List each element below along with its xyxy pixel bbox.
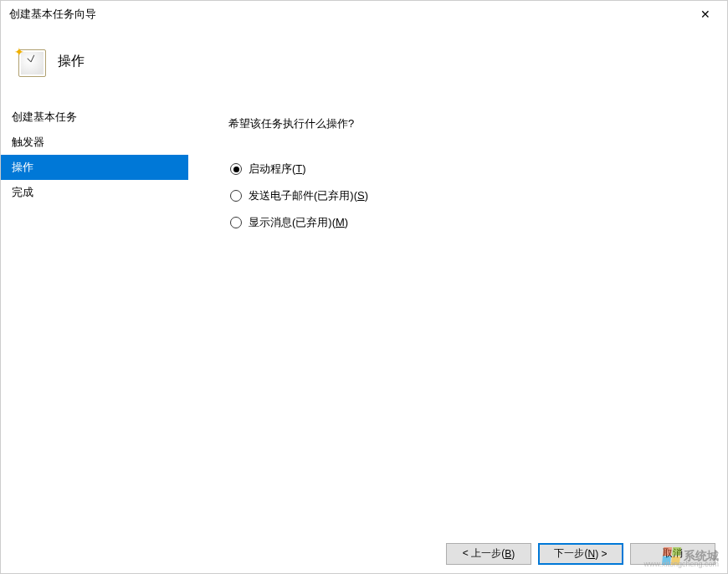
wizard-content: 希望该任务执行什么操作? 启动程序(T) 发送电子邮件(已弃用)(S) 显示消息… [188,96,727,533]
sidebar-item-trigger[interactable]: 触发器 [1,130,188,155]
close-icon: ✕ [700,8,710,21]
wizard-body: 创建基本任务 触发器 操作 完成 希望该任务执行什么操作? 启动程序(T) 发送… [1,96,727,533]
sidebar-item-create-task[interactable]: 创建基本任务 [1,105,188,130]
action-radio-group: 启动程序(T) 发送电子邮件(已弃用)(S) 显示消息(已弃用)(M) [228,161,710,230]
radio-icon [230,163,242,175]
radio-icon [230,217,242,228]
window-title: 创建基本任务向导 [9,7,96,22]
next-button[interactable]: 下一步(N) > [538,543,623,565]
cancel-button[interactable]: 取消 [630,543,715,565]
radio-start-program[interactable]: 启动程序(T) [230,161,710,177]
radio-icon [230,190,242,202]
radio-send-email[interactable]: 发送电子邮件(已弃用)(S) [230,188,710,203]
radio-label: 显示消息(已弃用)(M) [249,215,348,230]
radio-label: 启动程序(T) [249,161,306,177]
clock-icon: ✦ [16,47,46,77]
wizard-sidebar: 创建基本任务 触发器 操作 完成 [1,96,188,533]
sidebar-item-action[interactable]: 操作 [1,155,188,180]
close-button[interactable]: ✕ [687,3,724,26]
titlebar: 创建基本任务向导 ✕ [1,1,727,28]
radio-display-message[interactable]: 显示消息(已弃用)(M) [230,215,710,230]
wizard-footer: < 上一步(B) 下一步(N) > 取消 [1,533,727,573]
page-title: 操作 [58,53,85,70]
sidebar-item-finish[interactable]: 完成 [1,180,188,205]
wizard-header: ✦ 操作 [1,28,727,96]
back-button[interactable]: < 上一步(B) [446,543,531,565]
radio-label: 发送电子邮件(已弃用)(S) [249,188,368,203]
action-question: 希望该任务执行什么操作? [228,116,710,131]
